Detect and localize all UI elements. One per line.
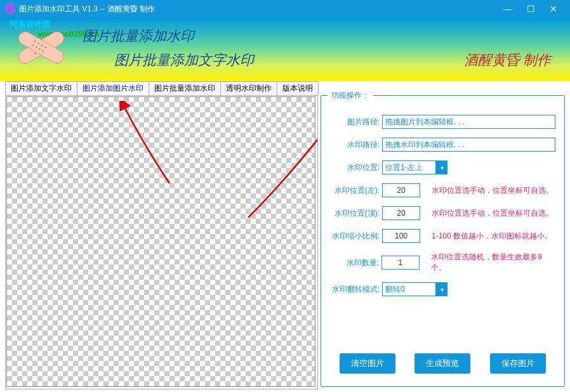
banner-author: 酒醒黄昏 制作 [464, 51, 552, 70]
preview-area[interactable] [5, 95, 318, 389]
scale-input[interactable] [382, 229, 420, 243]
checker-background [6, 96, 315, 387]
image-path-input[interactable] [382, 115, 555, 129]
scale-hint: 1-100 数值越小，水印图标就越小。 [432, 231, 552, 242]
count-input[interactable] [381, 256, 420, 270]
chevron-down-icon[interactable]: ▾ [436, 160, 447, 174]
count-label: 水印数量: [330, 258, 381, 268]
flip-mode-select[interactable] [382, 282, 436, 296]
tab-image-watermark[interactable]: 图片添加图片水印 [77, 81, 149, 95]
left-panel: 图片添加文字水印 图片添加图片水印 图片批量添加水印 透明水印制作 版本说明 [0, 81, 321, 392]
flip-mode-label: 水印翻转模式: [330, 284, 382, 295]
preview-button[interactable]: 生成预览 [414, 353, 470, 374]
image-path-label: 图片路径: [330, 117, 382, 127]
tab-transparent-watermark[interactable]: 透明水印制作 [220, 81, 277, 95]
window-title: 图片添加水印工具 V1.3 -- 酒醒黄昏 制作 [19, 4, 155, 15]
tab-batch-watermark[interactable]: 图片批量添加水印 [149, 81, 221, 95]
titlebar: 图片添加水印工具 V1.3 -- 酒醒黄昏 制作 — ☐ ✕ [0, 0, 570, 18]
position-left-hint: 水印位置选手动，位置坐标可自选。 [432, 185, 553, 196]
settings-title: 功能操作： [328, 90, 373, 101]
tab-version[interactable]: 版本说明 [277, 81, 319, 95]
save-button[interactable]: 保存图片 [490, 353, 546, 374]
minimize-button[interactable]: — [496, 0, 519, 18]
scale-label: 水印缩小比例: [330, 231, 382, 242]
tab-bar: 图片添加文字水印 图片添加图片水印 图片批量添加水印 透明水印制作 版本说明 [5, 81, 318, 95]
position-top-input[interactable] [382, 206, 420, 220]
position-top-label: 水印位置(顶): [330, 208, 382, 219]
position-top-hint: 水印位置选手动，位置坐标可自选。 [432, 208, 553, 219]
watermark-position-label: 水印位置: [330, 162, 382, 173]
watermark-path-input[interactable] [382, 138, 555, 152]
banner: 河东软件园 www.pc0359.cn 图片批量添加水印 图片批量添加文字水印 … [0, 18, 570, 81]
chevron-down-icon[interactable]: ▾ [436, 282, 447, 296]
position-left-input[interactable] [382, 183, 420, 197]
clear-button[interactable]: 清空图片 [340, 353, 395, 374]
count-hint: 水印位置选随机，数量生效最多9个。 [431, 252, 555, 273]
watermark-path-label: 水印路径: [330, 140, 382, 150]
banner-heading-1: 图片批量添加水印 [83, 27, 194, 46]
watermark-position-select[interactable] [382, 160, 436, 174]
position-left-label: 水印位置(左): [330, 185, 382, 196]
close-button[interactable]: ✕ [542, 0, 565, 18]
maximize-button[interactable]: ☐ [519, 0, 542, 18]
bandage-icon [13, 25, 70, 70]
app-icon [5, 4, 15, 14]
banner-heading-2: 图片批量添加文字水印 [114, 51, 254, 70]
settings-panel: 功能操作： 图片路径: 水印路径: 水印位置: ▾ 水印位置(左): 水印位置选… [321, 95, 565, 387]
tab-text-watermark[interactable]: 图片添加文字水印 [5, 81, 77, 95]
